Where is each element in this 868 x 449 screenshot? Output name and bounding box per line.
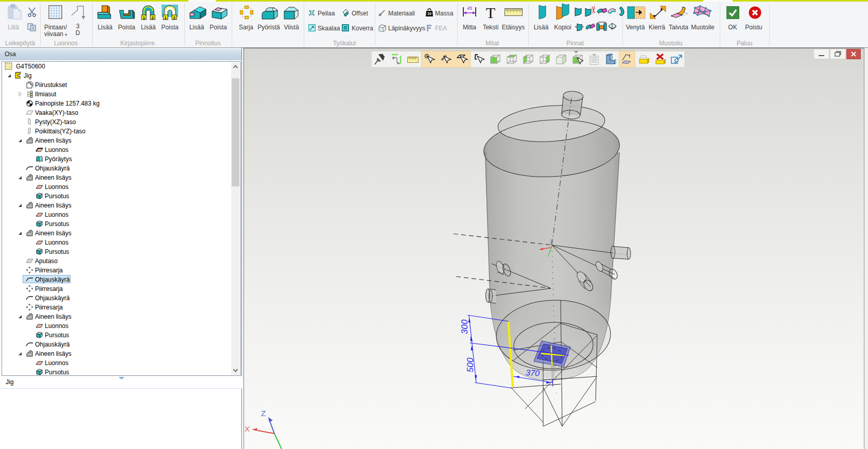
svg-text:T: T (486, 6, 495, 19)
svg-text:300: 300 (460, 319, 470, 334)
svg-text:1: 1 (143, 15, 145, 20)
svg-text:500: 500 (465, 357, 475, 372)
svg-text:X: X (245, 424, 250, 433)
svg-text:2: 2 (151, 15, 154, 20)
svg-text:Z: Z (261, 409, 266, 418)
svg-text:10: 10 (427, 12, 431, 15)
svg-text:2: 2 (173, 15, 176, 20)
svg-text:1: 1 (164, 15, 167, 20)
svg-text:370: 370 (526, 368, 540, 377)
svg-text:45: 45 (467, 6, 473, 11)
